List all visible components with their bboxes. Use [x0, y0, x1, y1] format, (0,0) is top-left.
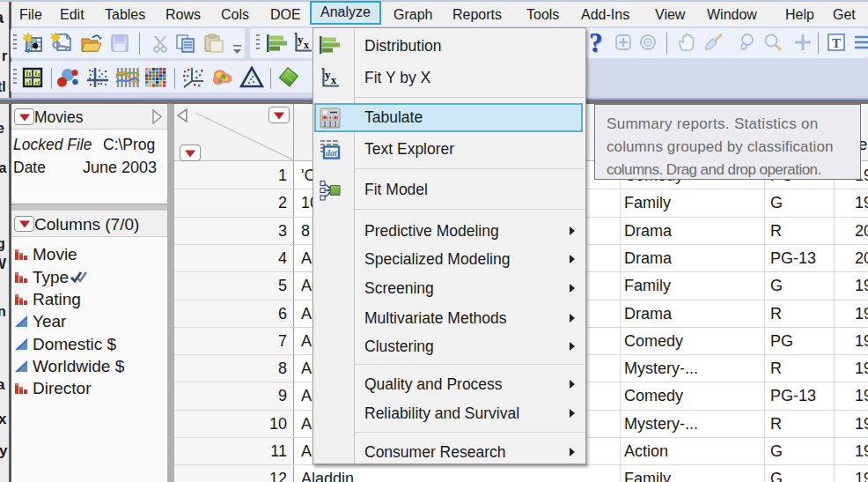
- svg-text:y: y: [298, 33, 304, 46]
- svg-text:T: T: [832, 36, 841, 50]
- svg-text:x: x: [304, 39, 309, 51]
